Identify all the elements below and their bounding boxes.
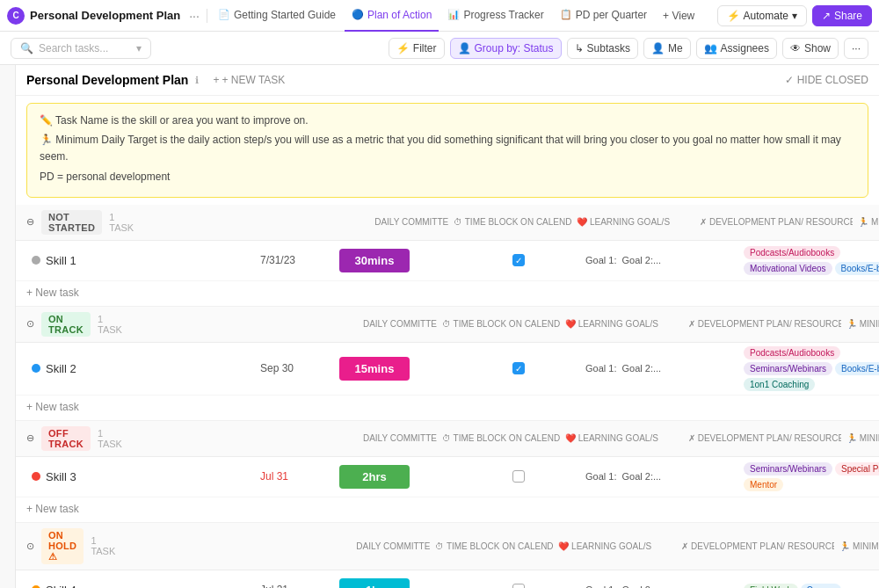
pd-badge-skill2[interactable]: 15mins	[339, 357, 410, 381]
goal2-skill3: Goal 2:...	[621, 469, 661, 484]
pd-badge-skill4[interactable]: 1hr	[339, 578, 410, 588]
new-task-link-ns[interactable]: + New task	[26, 287, 79, 299]
section-count-off-track: 1 TASK	[98, 428, 122, 449]
tag-podcasts-skill2[interactable]: Podcasts/Audiobooks	[744, 346, 840, 359]
tag-podcasts-skill1[interactable]: Podcasts/Audiobooks	[744, 246, 840, 259]
info-line-2: 🏃 Minimum Daily Target is the daily acti…	[40, 132, 855, 165]
subtasks-button[interactable]: ↳ Subtasks	[567, 38, 638, 59]
col-learn-ot: ❤️ LEARNING GOAL/S	[560, 316, 683, 332]
task-name-skill3[interactable]: Skill 3	[46, 470, 76, 483]
task-name-skill1[interactable]: Skill 1	[46, 254, 76, 267]
hide-closed-label: ✓ HIDE CLOSED	[785, 74, 868, 86]
me-button[interactable]: 👤 Me	[643, 38, 691, 59]
top-bar-right: ⚡ Automate ▾ ↗ Share	[717, 5, 872, 26]
checkbox-skill3[interactable]	[512, 470, 525, 483]
search-placeholder: Search tasks...	[39, 42, 108, 54]
show-label: Show	[804, 42, 831, 54]
resources-skill4: Field Work Course	[738, 580, 879, 588]
tag-mentor-skill3[interactable]: Mentor	[744, 478, 783, 491]
tab-plan-of-action[interactable]: 🔵 Plan of Action	[345, 0, 439, 32]
plus-icon: +	[213, 74, 219, 86]
task-row-skill4: Skill 4 Jul 31 1hr Goal 1: Goal 2:... Fi…	[16, 570, 879, 588]
search-icon: 🔍	[20, 42, 33, 54]
tab-progress-tracker[interactable]: 📊 Progress Tracker	[440, 0, 550, 32]
filter-icon: ⚡	[396, 42, 410, 54]
col-learning-ns: ❤️ LEARNING GOAL/S	[571, 214, 694, 230]
task-dot-skill1	[32, 256, 40, 265]
col-daily-oft: DAILY COMMITTED PD TIME	[358, 430, 437, 446]
tab-progress-icon: 📊	[447, 9, 460, 20]
checkbox-skill2[interactable]	[512, 362, 525, 374]
section-toggle-on-hold[interactable]: ⊙	[26, 541, 34, 552]
section-toggle-off-track[interactable]: ⊖	[26, 432, 34, 444]
resources-skill1: Podcasts/Audiobooks Motivational Videos …	[738, 243, 879, 279]
checkbox-skill4[interactable]	[512, 584, 525, 588]
add-view-button[interactable]: + View	[656, 6, 701, 25]
search-box[interactable]: 🔍 Search tasks... ▾	[11, 38, 151, 59]
task-row-skill2: Skill 2 Sep 30 15mins Goal 1: Goal 2:...…	[16, 343, 879, 396]
tag-seminars-skill3[interactable]: Seminars/Webinars	[744, 462, 832, 475]
due-date-skill4: Jul 31	[255, 580, 334, 588]
toolbar-right: ⚡ Filter 👤 Group by: Status ↳ Subtasks 👤…	[389, 38, 868, 59]
tab-getting-started-label: Getting Started Guide	[234, 9, 336, 21]
goals-skill3: Goal 1: Goal 2:...	[580, 466, 738, 488]
col-time-block-ns: ⏱ TIME BLOCK ON CALENDAR	[448, 214, 571, 230]
hide-closed-button[interactable]: ✓ HIDE CLOSED	[785, 74, 868, 86]
assignees-button[interactable]: 👥 Assignees	[696, 38, 777, 59]
ellipsis-button[interactable]: ···	[185, 7, 203, 25]
section-toggle-not-started[interactable]: ⊖	[26, 216, 34, 228]
info-icon[interactable]: ℹ	[195, 75, 199, 86]
more-options-button[interactable]: ···	[844, 38, 868, 59]
status-badge-not-started: NOT STARTED	[41, 210, 102, 235]
tag-motivational-skill1[interactable]: Motivational Videos	[744, 262, 832, 275]
automate-icon: ⚡	[727, 10, 740, 22]
section-header-off-track: ⊖ OFF TRACK 1 TASK DAILY COMMITTED PD TI…	[16, 421, 879, 457]
tab-pd-icon: 📋	[560, 9, 572, 20]
checkbox-skill1[interactable]	[512, 254, 525, 266]
col-time-oh: ⏱ TIME BLOCK ON CALENDAR	[430, 538, 553, 555]
add-view-label: + View	[663, 10, 694, 22]
share-button[interactable]: ↗ Share	[812, 5, 872, 26]
section-toggle-on-track[interactable]: ⊙	[26, 318, 34, 330]
tag-special-skill3[interactable]: Special Project	[835, 462, 879, 475]
col-min-ns: 🏃 MINIMUM DAILY	[853, 214, 879, 230]
assignees-icon: 👥	[704, 42, 717, 54]
toolbar: 🔍 Search tasks... ▾ ⚡ Filter 👤 Group by:…	[0, 32, 879, 65]
task-name-skill2[interactable]: Skill 2	[46, 362, 76, 375]
section-header-not-started: ⊖ NOT STARTED 1 TASK DAILY COMMITTED PD …	[16, 205, 879, 241]
task-name-skill4[interactable]: Skill 4	[46, 584, 76, 588]
section-header-on-track: ⊙ ON TRACK 1 TASK DAILY COMMITTED PD TIM…	[16, 307, 879, 343]
tag-seminars-skill2[interactable]: Seminars/Webinars	[744, 362, 832, 375]
share-label: Share	[834, 10, 862, 22]
top-bar: C Personal Development Plan ··· 📄 Gettin…	[0, 0, 879, 32]
assignees-label: Assignees	[721, 42, 769, 54]
task-dot-skill2	[32, 364, 40, 373]
pd-badge-skill1[interactable]: 30mins	[339, 249, 410, 272]
tag-coaching-skill2[interactable]: 1on1 Coaching	[744, 378, 815, 391]
tag-course-skill4[interactable]: Course	[801, 584, 841, 588]
col-daily-ot: DAILY COMMITTED PD TIME	[358, 316, 437, 332]
new-task-link-oft[interactable]: + New task	[26, 503, 79, 515]
col-due-oft	[129, 430, 358, 446]
tab-pd-per-quarter[interactable]: 📋 PD per Quarter	[553, 0, 654, 32]
page-title: Personal Development Plan	[26, 9, 184, 22]
new-task-header-button[interactable]: + + NEW TASK	[206, 72, 292, 88]
goal1-skill1: Goal 1:	[585, 253, 616, 268]
me-label: Me	[668, 42, 683, 54]
section-header-on-hold: ⊙ ON HOLD ⚠ 1 TASK DAILY COMMITTED PD TI…	[16, 523, 879, 570]
group-by-button[interactable]: 👤 Group by: Status	[450, 38, 562, 59]
tag-books-skill1[interactable]: Books/E-books	[835, 262, 879, 275]
share-icon: ↗	[822, 10, 831, 22]
tag-books-skill2[interactable]: Books/E-books	[835, 362, 879, 375]
automate-chevron: ▾	[792, 10, 797, 22]
info-text-1: ✏️ Task Name is the skill or area you wa…	[40, 113, 309, 129]
automate-button[interactable]: ⚡ Automate ▾	[717, 5, 807, 26]
show-button[interactable]: 👁 Show	[782, 38, 839, 59]
tag-fieldwork-skill4[interactable]: Field Work	[744, 584, 798, 588]
pd-badge-skill3[interactable]: 2hrs	[339, 465, 410, 489]
group-icon: 👤	[458, 42, 471, 54]
tab-getting-started[interactable]: 📄 Getting Started Guide	[211, 0, 343, 32]
new-task-link-ot[interactable]: + New task	[26, 401, 79, 413]
app-icon: C	[7, 7, 25, 25]
filter-button[interactable]: ⚡ Filter	[389, 38, 445, 59]
